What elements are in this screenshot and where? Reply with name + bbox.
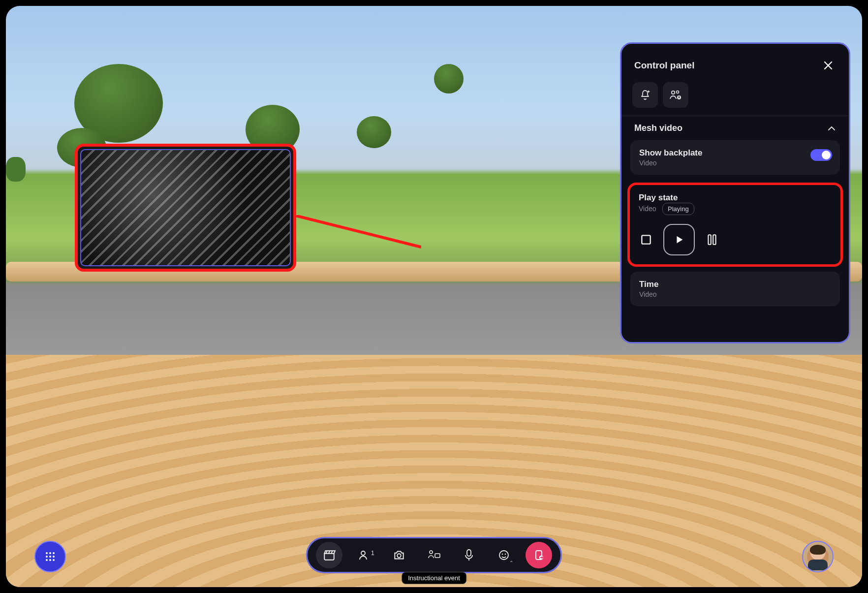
scene-3d-background: Control panel	[6, 6, 862, 587]
people-settings-button[interactable]	[663, 82, 688, 108]
smiley-icon	[498, 549, 510, 561]
svg-point-9	[397, 554, 401, 558]
svg-point-1	[672, 91, 675, 94]
setting-label: Show backplate	[639, 148, 831, 158]
clapperboard-button[interactable]	[316, 542, 342, 568]
svg-point-19	[49, 552, 51, 554]
svg-point-2	[677, 91, 679, 94]
person-icon	[358, 549, 370, 561]
leave-button[interactable]	[526, 542, 552, 568]
notify-button[interactable]	[632, 82, 658, 108]
scene-video-screen[interactable]	[75, 144, 296, 272]
play-icon	[674, 234, 684, 245]
reactions-button[interactable]: ⌃	[491, 542, 517, 568]
avatar-icon	[807, 546, 829, 567]
microphone-icon	[464, 549, 474, 562]
play-button[interactable]	[663, 224, 695, 255]
close-icon	[823, 61, 833, 70]
svg-point-21	[46, 556, 48, 558]
pause-button[interactable]	[706, 233, 718, 246]
people-screen-icon	[427, 549, 441, 561]
svg-point-8	[361, 551, 365, 555]
pause-icon	[706, 233, 718, 246]
apps-grid-button[interactable]	[34, 541, 66, 572]
show-backplate-toggle[interactable]	[810, 149, 832, 161]
svg-rect-5	[642, 235, 650, 244]
setting-sublabel: Video	[639, 205, 656, 213]
svg-point-14	[502, 554, 503, 555]
participants-button[interactable]: 1	[351, 542, 377, 568]
control-panel: Control panel	[620, 42, 850, 343]
svg-point-24	[46, 559, 48, 561]
callout-connector	[293, 215, 421, 250]
time-setting[interactable]: Time Video	[630, 272, 840, 306]
svg-point-23	[53, 556, 55, 558]
tree-decor	[434, 64, 464, 94]
setting-sublabel: Video	[639, 290, 831, 298]
leave-icon	[533, 549, 544, 561]
participants-count: 1	[371, 550, 374, 557]
play-state-setting: Play state Video Playing	[632, 187, 838, 261]
camera-button[interactable]	[386, 542, 412, 568]
stop-icon	[640, 233, 652, 246]
tree-decor	[357, 116, 391, 148]
setting-label: Time	[639, 280, 831, 289]
bush-decor	[6, 157, 26, 182]
grid-dots-icon	[45, 551, 56, 562]
svg-point-26	[53, 559, 55, 561]
mesh-video-section-header[interactable]: Mesh video	[621, 116, 849, 140]
stop-button[interactable]	[640, 233, 652, 246]
event-name-badge: Instructional event	[402, 572, 466, 584]
svg-rect-11	[435, 554, 440, 558]
svg-rect-7	[713, 235, 715, 245]
chevron-up-icon: ⌃	[509, 560, 513, 565]
svg-rect-12	[467, 550, 471, 556]
svg-line-0	[293, 215, 421, 247]
svg-point-13	[499, 551, 508, 560]
section-title: Mesh video	[634, 123, 682, 133]
my-avatar-button[interactable]	[802, 541, 834, 572]
camera-icon	[393, 549, 405, 562]
chevron-up-icon	[827, 124, 836, 133]
close-button[interactable]	[820, 58, 836, 73]
svg-point-22	[49, 556, 51, 558]
show-backplate-setting: Show backplate Video	[630, 140, 840, 175]
svg-point-25	[49, 559, 51, 561]
setting-sublabel: Video	[639, 159, 831, 167]
clapperboard-icon	[323, 549, 336, 562]
panel-title: Control panel	[634, 60, 694, 71]
session-toolbar: 1 ⌃	[306, 537, 562, 573]
microphone-button[interactable]	[456, 542, 482, 568]
share-screen-button[interactable]	[421, 542, 447, 568]
people-mic-icon	[669, 89, 682, 101]
svg-rect-4	[679, 96, 680, 98]
svg-point-10	[430, 551, 433, 554]
setting-label: Play state	[639, 193, 832, 203]
svg-point-15	[505, 554, 506, 555]
play-state-badge: Playing	[662, 203, 694, 215]
svg-point-20	[53, 552, 55, 554]
svg-rect-6	[708, 235, 711, 245]
svg-point-18	[46, 552, 48, 554]
video-texture	[80, 149, 291, 266]
play-state-callout: Play state Video Playing	[627, 183, 843, 267]
bell-sparkle-icon	[639, 89, 651, 101]
